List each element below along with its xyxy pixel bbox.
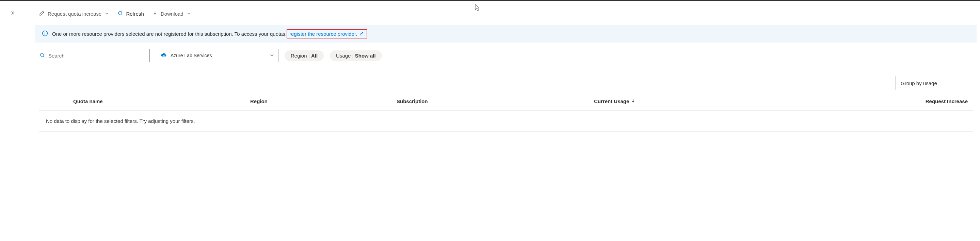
pencil-icon [39, 10, 45, 17]
external-link-icon [359, 31, 364, 37]
download-button[interactable]: Download [152, 9, 191, 18]
sort-down-icon [631, 98, 635, 104]
current-usage-label: Current Usage [594, 98, 629, 104]
chevron-down-icon [187, 11, 191, 17]
search-icon [40, 53, 45, 59]
refresh-label: Refresh [126, 11, 144, 17]
provider-dropdown[interactable]: Azure Lab Services [156, 49, 278, 62]
usage-filter-pill[interactable]: Usage : Show all [330, 50, 382, 61]
sidebar [0, 1, 29, 241]
chevron-down-icon [270, 53, 274, 58]
filter-row: Azure Lab Services Region : All Usage : … [32, 43, 980, 66]
expand-sidebar-icon[interactable] [10, 11, 16, 17]
register-provider-link[interactable]: register the resource provider. [290, 31, 357, 37]
group-by-container: Group by usage [32, 66, 980, 90]
col-request-increase[interactable]: Request Increase [926, 98, 973, 104]
info-message: One or more resource providers selected … [52, 31, 286, 37]
cloud-icon [160, 52, 167, 59]
request-quota-increase-button[interactable]: Request quota increase [39, 9, 109, 18]
info-link-highlight: register the resource provider. [286, 29, 367, 38]
top-divider [0, 0, 980, 1]
usage-filter-label: Usage : [336, 53, 354, 59]
request-quota-label: Request quota increase [48, 11, 102, 17]
region-filter-label: Region : [291, 53, 310, 59]
refresh-icon [117, 10, 123, 18]
region-filter-value: All [311, 53, 318, 59]
empty-message: No data to display for the selected filt… [46, 118, 195, 124]
provider-label: Azure Lab Services [170, 53, 212, 58]
svg-point-1 [45, 32, 45, 33]
col-quota-name[interactable]: Quota name [73, 98, 250, 104]
chevron-down-icon [105, 11, 109, 17]
usage-filter-value: Show all [355, 53, 376, 59]
info-content: One or more resource providers selected … [52, 29, 367, 38]
empty-state-row: No data to display for the selected filt… [39, 111, 973, 132]
info-icon [42, 30, 48, 37]
download-icon [152, 10, 158, 17]
region-filter-pill[interactable]: Region : All [285, 50, 324, 61]
col-region[interactable]: Region [250, 98, 396, 104]
main-content: Request quota increase Refresh Downlo [32, 0, 980, 132]
info-banner: One or more resource providers selected … [35, 25, 977, 43]
download-label: Download [161, 11, 183, 17]
col-current-usage[interactable]: Current Usage [594, 98, 894, 104]
refresh-button[interactable]: Refresh [117, 9, 144, 19]
search-input[interactable] [48, 53, 146, 59]
group-by-dropdown[interactable]: Group by usage [896, 76, 980, 90]
col-subscription[interactable]: Subscription [396, 98, 594, 104]
table-header: Quota name Region Subscription Current U… [39, 90, 973, 111]
search-box[interactable] [36, 49, 150, 62]
group-by-label: Group by usage [901, 80, 937, 86]
toolbar: Request quota increase Refresh Downlo [32, 1, 980, 25]
svg-point-2 [40, 53, 44, 56]
